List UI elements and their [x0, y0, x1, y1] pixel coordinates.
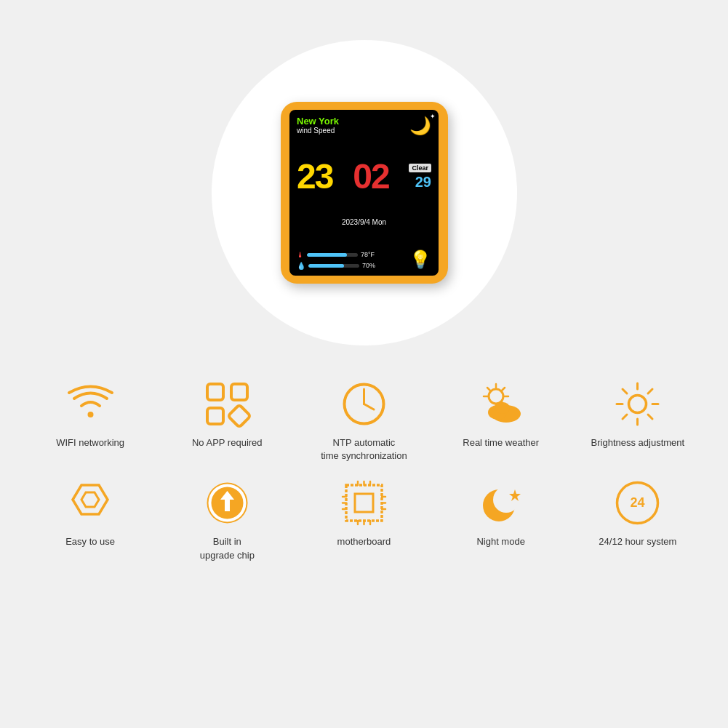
- svg-point-8: [489, 389, 503, 404]
- humidity-bar-row: 💧 70%: [297, 262, 375, 270]
- feature-hour: 24 24/12 hour system: [576, 477, 700, 548]
- feature-easy: Easy to use: [28, 477, 152, 548]
- svg-rect-4: [228, 404, 250, 427]
- moon-icon: 🌙 ✦: [409, 116, 431, 136]
- svg-point-49: [493, 487, 519, 513]
- svg-rect-1: [207, 384, 223, 400]
- svg-point-18: [495, 402, 510, 414]
- humidity-bar-label: 70%: [362, 262, 375, 269]
- screen-bars: 🌡 78°F 💧 70%: [297, 251, 375, 270]
- brightness-label: Brightness adjustment: [591, 436, 685, 449]
- motherboard-label: motherboard: [337, 535, 391, 548]
- temp-bar-track: [307, 253, 358, 257]
- svg-rect-3: [207, 408, 223, 424]
- temp-bar-row: 🌡 78°F: [297, 251, 375, 259]
- ntp-label: NTP automatic time synchronization: [321, 436, 407, 463]
- feature-brightness: Brightness adjustment: [576, 378, 700, 449]
- circle-background: New York wind Speed 🌙 ✦ 23 02 Clear 29: [212, 40, 517, 345]
- svg-line-15: [502, 388, 505, 391]
- motherboard-icon: [338, 477, 389, 528]
- humidity-bar-track: [308, 264, 359, 268]
- screen-date: 2023/9/4 Mon: [297, 218, 431, 226]
- right-info: Clear 29: [409, 164, 431, 191]
- svg-text:24: 24: [631, 495, 645, 510]
- time-minutes: 02: [353, 159, 388, 194]
- screen-header: New York wind Speed 🌙 ✦: [297, 116, 431, 136]
- feature-motherboard: motherboard: [302, 477, 425, 548]
- easy-icon: [65, 477, 116, 528]
- bulb-icon: 💡: [409, 249, 431, 270]
- svg-point-19: [629, 395, 647, 412]
- clear-badge: Clear: [409, 164, 431, 172]
- svg-rect-34: [346, 485, 382, 521]
- night-icon: [476, 477, 527, 528]
- screen-city: New York: [297, 116, 339, 127]
- svg-line-24: [623, 389, 627, 393]
- svg-line-27: [623, 415, 627, 419]
- wifi-icon: [65, 378, 116, 429]
- svg-line-13: [487, 388, 490, 391]
- svg-rect-2: [231, 384, 247, 400]
- brightness-icon: [612, 378, 663, 429]
- screen-left: New York wind Speed: [297, 116, 339, 135]
- feature-wifi: WIFI networking: [28, 378, 152, 449]
- noapp-label: No APP required: [192, 436, 263, 449]
- svg-marker-29: [81, 492, 99, 507]
- wifi-label: WIFI networking: [56, 436, 124, 449]
- temp-right: 29: [415, 174, 431, 191]
- chip-icon: [201, 477, 252, 528]
- device: New York wind Speed 🌙 ✦ 23 02 Clear 29: [281, 102, 448, 284]
- feature-ntp: NTP automatic time synchronization: [302, 378, 425, 463]
- svg-point-0: [87, 412, 93, 417]
- time-hours: 23: [297, 159, 332, 194]
- svg-marker-28: [73, 485, 108, 514]
- weather-label: Real time weather: [463, 436, 539, 449]
- feature-weather: Real time weather: [439, 378, 563, 449]
- features-row-1: WIFI networking No APP required: [22, 378, 706, 463]
- features-section: WIFI networking No APP required: [0, 364, 728, 584]
- hour-icon: 24: [612, 477, 663, 528]
- hour-label: 24/12 hour system: [599, 535, 676, 548]
- device-screen: New York wind Speed 🌙 ✦ 23 02 Clear 29: [289, 110, 439, 276]
- screen-wind: wind Speed: [297, 127, 339, 135]
- ntp-icon: [338, 378, 389, 429]
- top-section: New York wind Speed 🌙 ✦ 23 02 Clear 29: [0, 0, 728, 364]
- night-label: Night mode: [476, 535, 524, 548]
- humidity-bar-fill: [308, 264, 344, 268]
- temp-bar-label: 78°F: [361, 251, 375, 258]
- svg-line-26: [648, 389, 652, 393]
- noapp-icon: [201, 378, 252, 429]
- screen-time-row: 23 02 Clear 29: [297, 159, 431, 194]
- easy-label: Easy to use: [65, 535, 115, 548]
- svg-line-25: [648, 415, 652, 419]
- temp-bar-fill: [307, 253, 347, 257]
- screen-bottom: 🌡 78°F 💧 70%: [297, 248, 431, 270]
- svg-line-7: [364, 404, 374, 409]
- weather-icon: [476, 378, 527, 429]
- feature-noapp: No APP required: [165, 378, 289, 449]
- star-icon: ✦: [430, 113, 436, 120]
- svg-rect-35: [355, 494, 373, 512]
- chip-label: Built in upgrade chip: [200, 535, 255, 561]
- features-row-2: Easy to use Built in upgrade chip: [22, 477, 706, 561]
- feature-night: Night mode: [439, 477, 563, 548]
- feature-chip: Built in upgrade chip: [165, 477, 289, 561]
